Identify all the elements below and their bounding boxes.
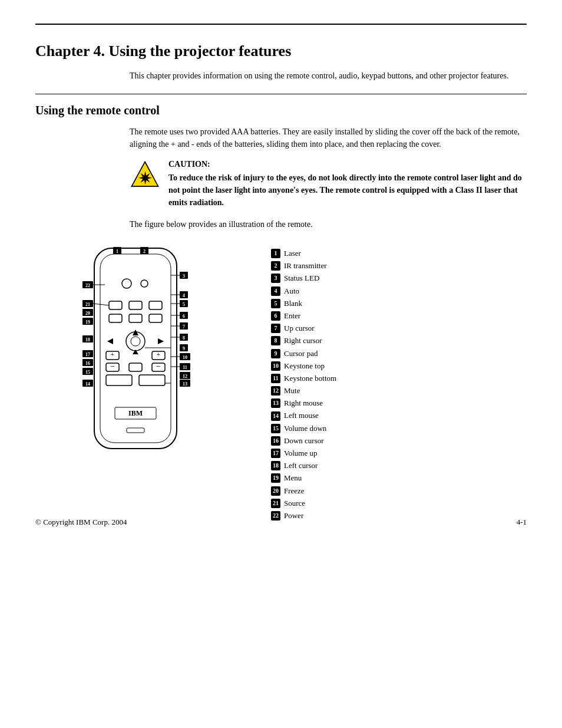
legend-num: 14 (271, 411, 280, 421)
legend-item: 21Source (271, 498, 527, 509)
svg-text:4: 4 (183, 293, 185, 298)
legend-item: 8Right cursor (271, 335, 527, 346)
legend-label: Blank (284, 298, 302, 309)
legend-num: 6 (271, 311, 280, 321)
legend-item: 11Keystone bottom (271, 373, 527, 384)
remote-diagram: 1 2 3 22 4 (71, 242, 253, 521)
legend-num: 10 (271, 361, 280, 371)
legend-item: 12Mute (271, 386, 527, 396)
legend-num: 1 (271, 249, 280, 258)
legend-item: 20Freeze (271, 486, 527, 496)
svg-text:−: − (156, 362, 161, 371)
remote-svg: 1 2 3 22 4 (71, 242, 200, 466)
legend-label: Mute (284, 386, 300, 396)
legend-num: 21 (271, 499, 280, 508)
legend-item: 19Menu (271, 473, 527, 483)
legend-label: Laser (284, 248, 301, 259)
legend-label: Up cursor (284, 323, 315, 334)
svg-text:2: 2 (143, 249, 146, 254)
legend-label: Right mouse (284, 398, 323, 409)
svg-text:10: 10 (183, 355, 187, 360)
legend-label: Source (284, 498, 305, 509)
svg-text:7: 7 (183, 324, 185, 330)
svg-text:3: 3 (183, 274, 185, 279)
svg-text:22: 22 (85, 283, 90, 288)
legend-label: Auto (284, 286, 299, 297)
legend-num: 17 (271, 449, 280, 458)
svg-text:18: 18 (85, 337, 90, 342)
legend-num: 12 (271, 386, 280, 396)
svg-text:12: 12 (183, 374, 187, 379)
legend-item: 13Right mouse (271, 398, 527, 409)
legend-num: 20 (271, 486, 280, 496)
svg-text:−: − (110, 362, 115, 371)
section-rule (35, 94, 527, 94)
legend-label: Menu (284, 473, 302, 483)
svg-text:✷: ✷ (138, 170, 152, 186)
legend-label: Down cursor (284, 436, 324, 446)
top-rule (35, 24, 527, 25)
svg-text:+: + (111, 351, 115, 359)
legend-list: 1Laser2IR transmitter3Status LED4Auto5Bl… (271, 242, 527, 521)
legend-num: 2 (271, 261, 280, 271)
figure-intro-text: The figure below provides an illustratio… (130, 218, 527, 230)
remote-description: The remote uses two provided AAA batteri… (130, 126, 527, 150)
legend-label: Status LED (284, 273, 319, 284)
legend-num: 7 (271, 324, 280, 333)
svg-text:16: 16 (85, 361, 90, 366)
svg-text:1: 1 (116, 249, 118, 254)
svg-text:17: 17 (85, 352, 90, 357)
legend-label: IR transmitter (284, 261, 327, 271)
svg-text:14: 14 (85, 381, 90, 387)
svg-text:11: 11 (183, 365, 187, 370)
svg-rect-2 (94, 248, 177, 449)
page: Chapter 4. Using the projector features … (0, 0, 562, 545)
legend-item: 18Left cursor (271, 460, 527, 471)
legend-num: 18 (271, 461, 280, 470)
legend-label: Volume up (284, 448, 317, 459)
legend-item: 1Laser (271, 248, 527, 259)
legend-item: 14Left mouse (271, 410, 527, 421)
caution-text: CAUTION: To reduce the risk of injury to… (168, 160, 527, 209)
legend-item: 15Volume down (271, 423, 527, 434)
legend-label: Freeze (284, 486, 305, 496)
figure-section: 1 2 3 22 4 (71, 242, 527, 521)
legend-num: 11 (271, 374, 280, 383)
caution-block: ✷ CAUTION: To reduce the risk of injury … (130, 160, 527, 209)
legend-item: 4Auto (271, 286, 527, 297)
legend-num: 4 (271, 286, 280, 296)
legend-item: 10Keystone top (271, 361, 527, 371)
section-title: Using the remote control (35, 104, 527, 117)
svg-text:6: 6 (183, 314, 185, 319)
legend-item: 9Cursor pad (271, 348, 527, 359)
legend-item: 7Up cursor (271, 323, 527, 334)
legend-item: 3Status LED (271, 273, 527, 284)
legend-label: Cursor pad (284, 348, 318, 359)
legend-num: 5 (271, 299, 280, 308)
legend-num: 16 (271, 436, 280, 446)
legend-item: 17Volume up (271, 448, 527, 459)
caution-icon: ✷ (130, 160, 160, 193)
legend-label: Keystone top (284, 361, 325, 371)
footer-copyright: © Copyright IBM Corp. 2004 (35, 518, 127, 527)
legend-label: Right cursor (284, 335, 322, 346)
legend-num: 8 (271, 336, 280, 345)
legend-label: Left mouse (284, 410, 319, 421)
caution-body: To reduce the risk of injury to the eyes… (168, 172, 527, 209)
legend-item: 5Blank (271, 298, 527, 309)
legend-num: 3 (271, 274, 280, 283)
legend-label: Volume down (284, 423, 326, 434)
legend-num: 9 (271, 349, 280, 358)
legend-num: 15 (271, 424, 280, 433)
caution-label: CAUTION: (168, 160, 527, 169)
intro-text: This chapter provides information on usi… (130, 70, 527, 82)
legend-num: 19 (271, 473, 280, 483)
legend-label: Left cursor (284, 460, 318, 471)
svg-text:IBM: IBM (128, 409, 143, 417)
footer: © Copyright IBM Corp. 2004 4-1 (35, 518, 527, 527)
footer-page: 4-1 (517, 518, 527, 527)
svg-text:9: 9 (183, 346, 185, 351)
svg-text:20: 20 (85, 311, 90, 316)
svg-text:19: 19 (85, 319, 90, 325)
legend-item: 16Down cursor (271, 436, 527, 446)
